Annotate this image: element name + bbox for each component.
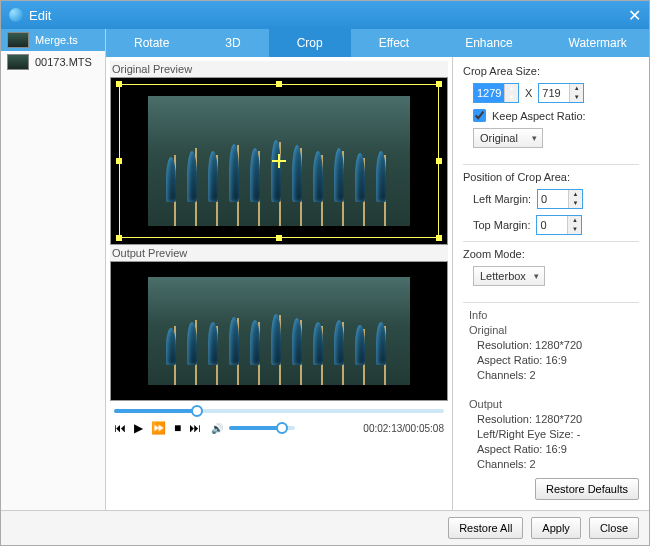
info-header: Info bbox=[469, 309, 639, 321]
left-margin-input[interactable]: ▲▼ bbox=[537, 189, 583, 209]
next-icon[interactable]: ⏭ bbox=[189, 421, 201, 435]
prev-icon[interactable]: ⏮ bbox=[114, 421, 126, 435]
sidebar-item-label: 00173.MTS bbox=[35, 56, 92, 68]
aspect-ratio-select[interactable]: Original bbox=[473, 128, 543, 148]
spin-up-icon[interactable]: ▲ bbox=[570, 84, 583, 93]
restore-all-button[interactable]: Restore All bbox=[448, 517, 523, 539]
info-original-channels: Channels: 2 bbox=[477, 369, 639, 381]
ffwd-icon[interactable]: ⏩ bbox=[151, 421, 166, 435]
info-output-eye: Left/Right Eye Size: - bbox=[477, 428, 639, 440]
close-button[interactable]: Close bbox=[589, 517, 639, 539]
keep-aspect-label: Keep Aspect Ratio: bbox=[492, 110, 586, 122]
apply-button[interactable]: Apply bbox=[531, 517, 581, 539]
spin-up-icon[interactable]: ▲ bbox=[568, 216, 581, 225]
crop-rectangle[interactable] bbox=[119, 84, 439, 238]
volume-slider[interactable] bbox=[229, 426, 295, 430]
volume-icon[interactable]: 🔊 bbox=[211, 423, 223, 434]
seek-bar[interactable] bbox=[110, 401, 448, 415]
x-separator: X bbox=[525, 87, 532, 99]
keep-aspect-checkbox[interactable]: Keep Aspect Ratio: bbox=[473, 109, 635, 122]
thumbnail-icon bbox=[7, 54, 29, 70]
crop-center-icon bbox=[272, 154, 286, 168]
spin-down-icon[interactable]: ▼ bbox=[570, 93, 583, 102]
tab-enhance[interactable]: Enhance bbox=[437, 29, 540, 57]
info-output-aspect: Aspect Ratio: 16:9 bbox=[477, 443, 639, 455]
left-margin-field[interactable] bbox=[538, 193, 568, 205]
keep-aspect-input[interactable] bbox=[473, 109, 486, 122]
info-output-channels: Channels: 2 bbox=[477, 458, 639, 470]
file-sidebar: Merge.ts 00173.MTS bbox=[1, 29, 106, 510]
spin-up-icon[interactable]: ▲ bbox=[505, 84, 518, 93]
output-preview bbox=[110, 261, 448, 401]
info-original-resolution: Resolution: 1280*720 bbox=[477, 339, 639, 351]
left-margin-label: Left Margin: bbox=[473, 193, 531, 205]
position-label: Position of Crop Area: bbox=[463, 171, 639, 183]
tab-3d[interactable]: 3D bbox=[197, 29, 268, 57]
crop-height-input[interactable]: ▲▼ bbox=[538, 83, 584, 103]
crop-width-field[interactable] bbox=[474, 87, 504, 99]
stop-icon[interactable]: ■ bbox=[174, 421, 181, 435]
time-display: 00:02:13/00:05:08 bbox=[363, 423, 444, 434]
top-margin-label: Top Margin: bbox=[473, 219, 530, 231]
spin-down-icon[interactable]: ▼ bbox=[569, 199, 582, 208]
spin-down-icon[interactable]: ▼ bbox=[505, 93, 518, 102]
original-preview-label: Original Preview bbox=[110, 61, 448, 77]
titlebar[interactable]: Edit ✕ bbox=[1, 1, 649, 29]
close-icon[interactable]: ✕ bbox=[628, 6, 641, 25]
crop-width-input[interactable]: ▲▼ bbox=[473, 83, 519, 103]
tab-rotate[interactable]: Rotate bbox=[106, 29, 197, 57]
top-margin-input[interactable]: ▲▼ bbox=[536, 215, 582, 235]
output-info-header: Output bbox=[469, 398, 639, 410]
sidebar-item-00173[interactable]: 00173.MTS bbox=[1, 51, 105, 73]
sidebar-item-merge[interactable]: Merge.ts bbox=[1, 29, 105, 51]
properties-panel: Crop Area Size: ▲▼ X ▲▼ Keep Aspect Rati… bbox=[452, 57, 649, 510]
spin-up-icon[interactable]: ▲ bbox=[569, 190, 582, 199]
restore-defaults-button[interactable]: Restore Defaults bbox=[535, 478, 639, 500]
tab-crop[interactable]: Crop bbox=[269, 29, 351, 57]
info-output-resolution: Resolution: 1280*720 bbox=[477, 413, 639, 425]
play-icon[interactable]: ▶ bbox=[134, 421, 143, 435]
top-margin-field[interactable] bbox=[537, 219, 567, 231]
tab-effect[interactable]: Effect bbox=[351, 29, 437, 57]
output-preview-label: Output Preview bbox=[110, 245, 448, 261]
zoom-mode-select[interactable]: Letterbox bbox=[473, 266, 545, 286]
thumbnail-icon bbox=[7, 32, 29, 48]
zoom-mode-label: Zoom Mode: bbox=[463, 248, 639, 260]
crop-area-size-label: Crop Area Size: bbox=[463, 65, 639, 77]
tab-watermark[interactable]: Watermark bbox=[541, 29, 650, 57]
app-icon bbox=[9, 8, 23, 22]
original-info-header: Original bbox=[469, 324, 639, 336]
spin-down-icon[interactable]: ▼ bbox=[568, 225, 581, 234]
window-title: Edit bbox=[29, 8, 51, 23]
sidebar-item-label: Merge.ts bbox=[35, 34, 78, 46]
original-preview[interactable] bbox=[110, 77, 448, 245]
footer: Restore All Apply Close bbox=[1, 510, 649, 545]
info-original-aspect: Aspect Ratio: 16:9 bbox=[477, 354, 639, 366]
crop-height-field[interactable] bbox=[539, 87, 569, 99]
